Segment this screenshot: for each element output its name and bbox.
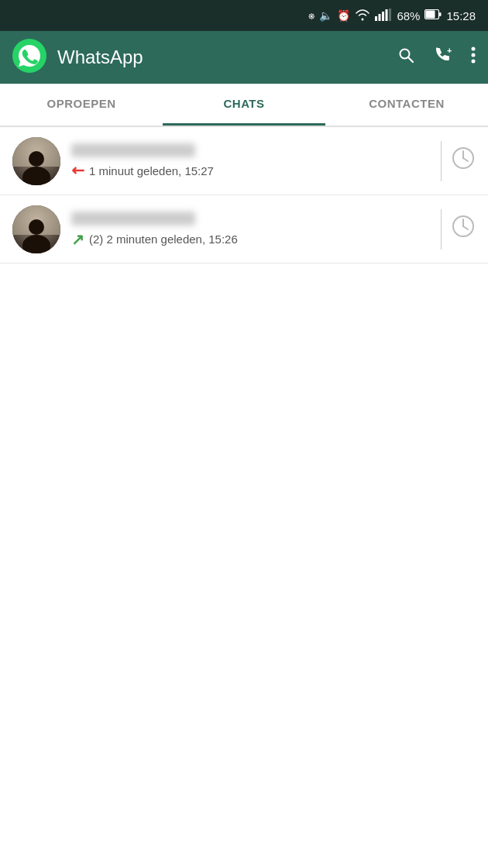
signal-icon bbox=[375, 9, 392, 23]
app-header: WhatsApp + bbox=[0, 31, 488, 84]
tabs-bar: OPROEPEN CHATS CONTACTEN bbox=[0, 84, 488, 127]
svg-rect-0 bbox=[375, 16, 377, 21]
tab-oproepen[interactable]: OPROEPEN bbox=[0, 84, 163, 126]
call-info: ↗ 1 minuut geleden, 15:27 bbox=[60, 143, 431, 179]
svg-line-21 bbox=[463, 158, 468, 161]
tab-contacten[interactable]: CONTACTEN bbox=[325, 84, 488, 126]
empty-content-area bbox=[0, 264, 488, 806]
svg-rect-6 bbox=[426, 11, 435, 19]
svg-point-12 bbox=[472, 47, 476, 51]
divider bbox=[441, 141, 442, 181]
header-icons: + bbox=[397, 46, 476, 69]
contact-name bbox=[71, 212, 195, 226]
alarm-icon: ⏰ bbox=[337, 9, 350, 22]
call-item[interactable]: ↗ 1 minuut geleden, 15:27 bbox=[0, 127, 488, 195]
incoming-arrow-icon: ↗ bbox=[67, 160, 88, 181]
svg-rect-4 bbox=[389, 9, 391, 21]
svg-point-25 bbox=[29, 219, 44, 235]
svg-point-14 bbox=[472, 60, 476, 64]
svg-text:+: + bbox=[447, 46, 452, 55]
svg-rect-3 bbox=[386, 9, 388, 21]
whatsapp-logo bbox=[12, 39, 46, 76]
status-icons: ⎈ 🔈 ⏰ 68% 15 bbox=[308, 9, 476, 23]
svg-rect-1 bbox=[379, 14, 381, 21]
bluetooth-icon: ⎈ bbox=[308, 9, 314, 22]
clock-icon[interactable] bbox=[451, 146, 476, 176]
tab-chats[interactable]: CHATS bbox=[163, 84, 325, 126]
svg-point-18 bbox=[29, 151, 44, 167]
more-options-icon[interactable] bbox=[471, 46, 476, 69]
call-list: ↗ 1 minuut geleden, 15:27 bbox=[0, 127, 488, 264]
call-detail: ↗ (2) 2 minuten geleden, 15:26 bbox=[71, 232, 421, 247]
svg-line-28 bbox=[463, 226, 468, 229]
outgoing-arrow-icon: ↗ bbox=[71, 232, 84, 247]
clock-icon[interactable] bbox=[451, 214, 476, 244]
contact-name bbox=[71, 143, 195, 157]
wifi-icon bbox=[355, 9, 370, 23]
divider bbox=[441, 209, 442, 250]
call-item[interactable]: ↗ (2) 2 minuten geleden, 15:26 bbox=[0, 195, 488, 264]
call-info: ↗ (2) 2 minuten geleden, 15:26 bbox=[60, 212, 431, 247]
mute-icon: 🔈 bbox=[319, 9, 332, 22]
svg-rect-2 bbox=[382, 12, 384, 21]
search-icon[interactable] bbox=[397, 46, 415, 69]
time-display: 15:28 bbox=[446, 9, 476, 22]
call-detail: ↗ 1 minuut geleden, 15:27 bbox=[71, 164, 421, 179]
app-title: WhatsApp bbox=[57, 46, 386, 68]
add-call-icon[interactable]: + bbox=[432, 46, 454, 69]
svg-point-13 bbox=[472, 53, 476, 57]
battery-text: 68% bbox=[397, 9, 420, 22]
battery-icon bbox=[424, 9, 442, 22]
avatar bbox=[12, 137, 60, 185]
svg-rect-7 bbox=[439, 12, 442, 16]
status-bar: ⎈ 🔈 ⏰ 68% 15 bbox=[0, 0, 488, 31]
avatar bbox=[12, 205, 60, 253]
svg-line-10 bbox=[408, 57, 413, 62]
